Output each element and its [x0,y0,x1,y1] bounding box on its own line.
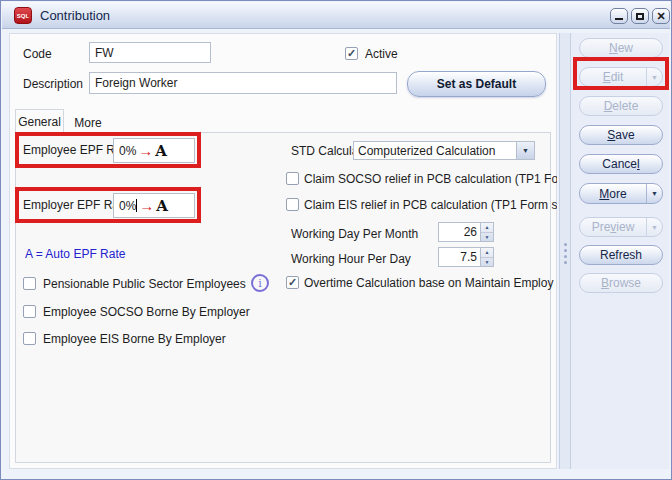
browse-button[interactable]: Browse [579,273,663,293]
edit-button-label: Edit [580,70,646,84]
code-label: Code [23,46,52,62]
claim-socso-checkbox[interactable] [286,172,299,185]
vertical-splitter[interactable] [559,33,571,469]
chevron-down-icon[interactable]: ▼ [646,68,662,86]
employee-epf-rate-value: 0% [119,144,136,158]
app-logo-text: SQL [17,13,29,19]
close-icon: ✕ [656,11,665,22]
socso-borne-label: Employee SOCSO Borne By Employer [43,304,250,320]
working-hour-stepper[interactable]: 7.5 ▲ ▼ [438,247,494,267]
socso-borne-checkbox[interactable] [23,305,36,318]
claim-socso-label: Claim SOCSO relief in PCB calculation (T… [304,171,557,187]
spin-up-icon[interactable]: ▲ [481,223,493,233]
close-button[interactable]: ✕ [652,8,670,24]
new-button-label: New [580,41,662,55]
cancel-button[interactable]: Cancel [579,154,663,174]
more-button-label: More [580,187,646,201]
working-day-stepper[interactable]: 26 ▲ ▼ [438,222,494,242]
refresh-button-label: Refresh [580,248,662,262]
overtime-checkbox[interactable]: ✓ [286,276,299,289]
code-value: FW [95,46,114,60]
working-day-value[interactable]: 26 [438,222,481,242]
employer-epf-rate-value: 0% [119,199,136,213]
red-arrow-icon: → [138,143,153,158]
std-calculator-value: Computerized Calculation [354,144,516,158]
auto-epf-note: A = Auto EPF Rate [25,246,125,262]
working-hour-value[interactable]: 7.5 [438,247,481,267]
chevron-down-icon[interactable]: ▼ [646,184,662,203]
more-button[interactable]: More ▼ [579,183,663,204]
save-button-label: Save [580,128,662,142]
claim-eis-checkbox[interactable] [286,198,299,211]
browse-button-label: Browse [580,276,662,290]
description-input[interactable]: Foreign Worker [89,72,397,94]
auto-epf-marker: A [156,197,168,215]
code-input[interactable]: FW [89,42,211,63]
spinner-arrows[interactable]: ▲ ▼ [481,247,494,267]
spinner-arrows[interactable]: ▲ ▼ [481,222,494,242]
refresh-button[interactable]: Refresh [579,245,663,265]
save-button[interactable]: Save [579,125,663,145]
minimize-icon [615,18,623,20]
contribution-window: SQL Contribution ✕ Code FW ✓ Active Desc… [0,0,672,480]
pensionable-checkbox[interactable] [23,277,36,290]
tab-general[interactable]: General [15,109,64,133]
working-hour-label: Working Hour Per Day [291,251,411,267]
check-icon: ✓ [347,48,356,59]
tab-more[interactable]: More [67,111,109,135]
cancel-button-label: Cancel [580,157,662,171]
chevron-down-icon[interactable]: ▼ [646,218,662,236]
edit-button[interactable]: Edit ▼ [579,67,663,87]
spin-up-icon[interactable]: ▲ [481,248,493,258]
auto-epf-marker: A [155,142,167,160]
employer-epf-rate-field[interactable]: 0% → A [113,193,195,218]
chevron-down-icon[interactable]: ▼ [516,142,534,159]
window-title: Contribution [40,2,110,29]
info-icon[interactable]: i [251,274,269,292]
dropdown-glyph: ▼ [522,147,529,154]
spin-down-icon[interactable]: ▼ [481,233,493,242]
new-button[interactable]: New [579,38,663,58]
std-calculator-dropdown[interactable]: Computerized Calculation ▼ [353,141,535,160]
preview-button-label: Preview [580,220,646,234]
employee-epf-rate-field[interactable]: 0% → A [113,138,195,163]
eis-borne-label: Employee EIS Borne By Employer [43,331,226,347]
eis-borne-checkbox[interactable] [23,332,36,345]
description-value: Foreign Worker [95,76,177,90]
claim-eis-label: Claim EIS relief in PCB calculation (TP1… [304,197,557,213]
delete-button-label: Delete [580,99,662,113]
preview-button[interactable]: Preview ▼ [579,217,663,237]
check-icon: ✓ [288,277,297,288]
minimize-button[interactable] [610,8,628,24]
title-bar[interactable]: SQL Contribution ✕ [2,2,670,29]
text-caret [136,199,137,212]
description-label: Description [23,76,83,92]
red-arrow-icon: → [139,198,154,213]
overtime-label: Overtime Calculation base on Maintain Em… [304,275,557,291]
active-label: Active [365,46,398,62]
pensionable-label: Pensionable Public Sector Employees [43,276,246,292]
app-logo-icon: SQL [14,7,32,24]
active-checkbox[interactable]: ✓ [345,47,358,60]
maximize-button[interactable] [631,8,649,24]
splitter-grip[interactable] [564,243,567,264]
working-day-label: Working Day Per Month [291,226,418,242]
set-as-default-button[interactable]: Set as Default [407,71,546,97]
spin-down-icon[interactable]: ▼ [481,258,493,267]
maximize-icon [636,13,644,20]
info-glyph: i [258,277,262,290]
delete-button[interactable]: Delete [579,96,663,116]
